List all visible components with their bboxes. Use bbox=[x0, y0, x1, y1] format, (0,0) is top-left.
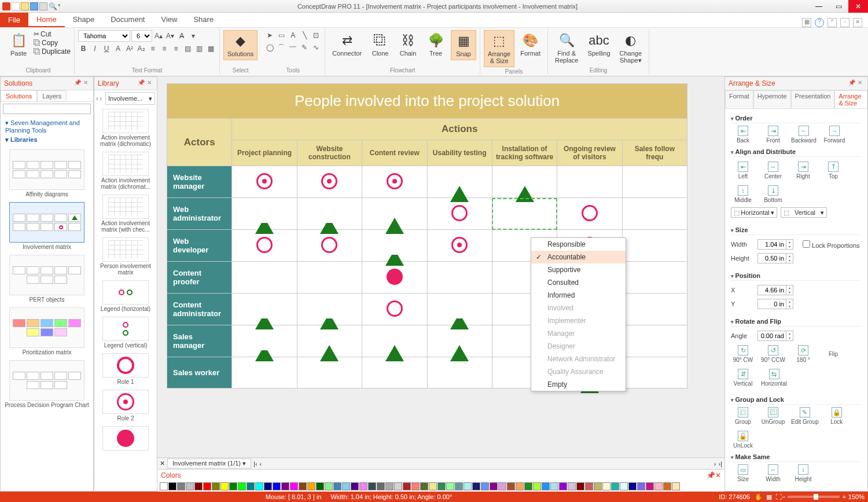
matrix-cell[interactable] bbox=[232, 166, 297, 198]
lib-item[interactable]: Person involvement matrix bbox=[97, 237, 155, 276]
lib-item[interactable]: Action involvement matrix (with chec... bbox=[97, 195, 155, 233]
matrix-cell[interactable] bbox=[622, 230, 687, 262]
align-top-button[interactable]: ⤒Top bbox=[821, 162, 845, 179]
qa-open-icon[interactable] bbox=[21, 2, 29, 10]
subscript-icon[interactable]: A₂ bbox=[136, 43, 146, 54]
rotate-180-button[interactable]: ⟳180 ° bbox=[791, 345, 815, 363]
arr-tab-presentation[interactable]: Presentation bbox=[791, 90, 835, 108]
spelling-button[interactable]: abcSpelling bbox=[584, 30, 613, 59]
matrix-cell[interactable] bbox=[427, 357, 492, 389]
matrix-cell[interactable] bbox=[362, 166, 427, 198]
matrix-cell[interactable] bbox=[492, 198, 557, 230]
valign-middle-icon[interactable]: ▥ bbox=[194, 43, 204, 54]
color-swatch[interactable] bbox=[611, 482, 619, 490]
color-swatch[interactable] bbox=[229, 482, 237, 490]
gallery-item-pdpc[interactable]: Process Decision Program Chart bbox=[3, 360, 91, 408]
qa-dropdown-icon[interactable]: ▾ bbox=[58, 2, 66, 10]
rotate-cw-button[interactable]: ↻90° CW bbox=[731, 345, 755, 363]
color-swatch[interactable] bbox=[490, 482, 498, 490]
matrix-cell[interactable] bbox=[297, 325, 362, 357]
lib-forward-icon[interactable]: › bbox=[100, 94, 102, 102]
window-close-button[interactable]: ✕ bbox=[848, 0, 868, 13]
makesame-width-button[interactable]: ↔Width bbox=[761, 464, 785, 482]
matrix-cell[interactable] bbox=[297, 230, 362, 262]
color-swatch[interactable] bbox=[368, 482, 376, 490]
color-swatch[interactable] bbox=[559, 482, 567, 490]
matrix-cell[interactable] bbox=[492, 166, 557, 198]
matrix-cell[interactable] bbox=[622, 357, 687, 389]
font-family-select[interactable]: Tahoma bbox=[78, 30, 130, 42]
sheet-first-icon[interactable]: |‹ bbox=[253, 460, 258, 467]
color-swatch[interactable] bbox=[203, 482, 211, 490]
gallery-item-affinity[interactable]: Affinity diagrams bbox=[3, 149, 91, 197]
sec-makesame-head[interactable]: Make Same bbox=[731, 451, 862, 461]
color-swatch[interactable] bbox=[186, 482, 194, 490]
lib-item[interactable]: Role 1 bbox=[97, 353, 155, 385]
sec-grouplock-head[interactable]: Group and Lock bbox=[731, 394, 862, 404]
pencil-tool-icon[interactable]: ✎ bbox=[299, 42, 310, 53]
matrix-cell[interactable] bbox=[427, 198, 492, 230]
color-swatch[interactable] bbox=[646, 482, 654, 490]
color-swatch[interactable] bbox=[359, 482, 367, 490]
arrange-size-button[interactable]: ⬚Arrange & Size bbox=[484, 30, 514, 67]
ribbon-help-icon[interactable]: ? bbox=[815, 18, 824, 27]
color-swatch[interactable] bbox=[264, 482, 272, 490]
more-dropdown-icon[interactable]: ▾ bbox=[188, 31, 198, 41]
format-button[interactable]: 🎨Format bbox=[517, 30, 544, 59]
matrix-cell[interactable] bbox=[622, 325, 687, 357]
tree-node-mgmt[interactable]: ▾ Seven Management and Planning Tools bbox=[5, 118, 89, 135]
color-swatch[interactable] bbox=[177, 482, 185, 490]
align-right-icon[interactable]: ≡ bbox=[171, 43, 181, 54]
paste-button[interactable]: 📋 Paste bbox=[6, 30, 31, 59]
context-menu-item[interactable]: ✓Accountable bbox=[531, 251, 626, 263]
snap-button[interactable]: ▦Snap bbox=[451, 30, 476, 60]
matrix-cell[interactable] bbox=[297, 294, 362, 325]
matrix-cell[interactable] bbox=[427, 230, 492, 262]
rect-tool-icon[interactable]: ▭ bbox=[276, 30, 286, 41]
gallery-item-prioritization[interactable]: Prioritization matrix bbox=[3, 307, 91, 356]
matrix-cell[interactable] bbox=[622, 294, 687, 325]
matrix-cell[interactable] bbox=[232, 357, 297, 389]
color-swatch[interactable] bbox=[481, 482, 489, 490]
matrix-cell[interactable] bbox=[232, 262, 297, 294]
tree-button[interactable]: 🌳Tree bbox=[423, 30, 448, 59]
lock-button[interactable]: 🔒Lock bbox=[825, 407, 849, 425]
color-swatch[interactable] bbox=[464, 482, 472, 490]
editgroup-button[interactable]: ✎Edit Group bbox=[791, 407, 819, 425]
color-swatch[interactable] bbox=[411, 482, 420, 490]
sec-position-head[interactable]: Position bbox=[731, 270, 862, 280]
layers-subtab[interactable]: Layers bbox=[37, 90, 67, 101]
superscript-icon[interactable]: A² bbox=[124, 43, 135, 54]
matrix-cell[interactable] bbox=[297, 198, 362, 230]
increase-font-icon[interactable]: A▴ bbox=[153, 31, 164, 41]
color-swatch[interactable] bbox=[437, 482, 446, 490]
font-size-select[interactable]: 6 bbox=[131, 30, 152, 42]
copy-button[interactable]: ⿻ Copy bbox=[34, 39, 71, 47]
color-swatch[interactable] bbox=[455, 482, 463, 490]
zoom-out-icon[interactable]: − bbox=[782, 493, 785, 500]
qa-save-icon[interactable] bbox=[30, 2, 38, 10]
lib-item[interactable]: Legend (horizontal) bbox=[97, 280, 155, 312]
width-spinner[interactable]: ▴▾ bbox=[757, 239, 793, 250]
sheet-next-icon[interactable]: › bbox=[714, 460, 716, 467]
flip-v-button[interactable]: ⇵Vertical bbox=[731, 369, 755, 387]
color-swatch[interactable] bbox=[255, 482, 263, 490]
context-menu-item[interactable]: Responsible bbox=[531, 238, 626, 251]
color-swatch[interactable] bbox=[446, 482, 454, 490]
sheet-nav-icon[interactable]: ✕ bbox=[160, 460, 165, 467]
tab-view[interactable]: View bbox=[153, 13, 185, 27]
color-swatch[interactable] bbox=[620, 482, 628, 490]
lib-item[interactable]: Legend (vertical) bbox=[97, 317, 155, 349]
pin-icon[interactable]: 📌 bbox=[707, 471, 715, 479]
duplicate-button[interactable]: ⿻ Duplicate bbox=[34, 47, 71, 56]
arr-tab-hypernote[interactable]: Hypernote bbox=[753, 90, 791, 108]
matrix-cell[interactable] bbox=[297, 262, 362, 294]
color-swatch[interactable] bbox=[273, 482, 281, 490]
color-swatch[interactable] bbox=[507, 482, 515, 490]
color-swatch[interactable] bbox=[550, 482, 558, 490]
close-icon[interactable]: ✕ bbox=[145, 79, 153, 87]
color-swatch[interactable] bbox=[628, 482, 637, 490]
color-swatch[interactable] bbox=[420, 482, 428, 490]
matrix-cell[interactable] bbox=[232, 325, 297, 357]
sec-order-head[interactable]: Order bbox=[731, 112, 862, 123]
